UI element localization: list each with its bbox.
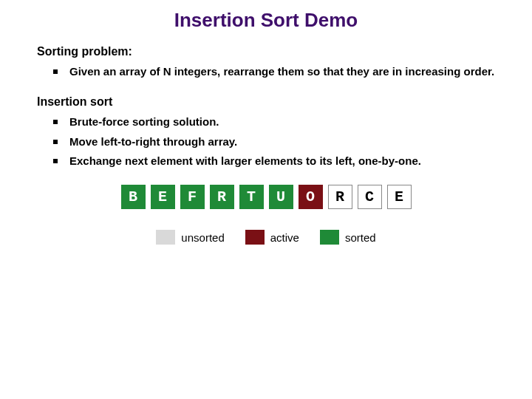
array-cell: E xyxy=(151,185,175,209)
legend-item-active: active xyxy=(245,230,299,245)
section-insertion-sort-heading: Insertion sort xyxy=(37,95,532,109)
section-sorting-problem-heading: Sorting problem: xyxy=(37,45,532,58)
array-cell: C xyxy=(358,185,382,209)
array-cell: B xyxy=(121,185,146,209)
insertion-sort-bullets: Brute-force sorting solution. Move left-… xyxy=(53,115,502,168)
sorting-problem-bullets: Given an array of N integers, rearrange … xyxy=(53,64,502,79)
list-item: Exchange next element with larger elemen… xyxy=(53,154,502,168)
array-cell: F xyxy=(180,185,205,209)
list-item: Given an array of N integers, rearrange … xyxy=(53,64,502,79)
array-cell: O xyxy=(299,185,323,209)
array-visualization: B E F R T U O R C E xyxy=(0,185,532,209)
array-cell: R xyxy=(210,185,234,209)
array-cell: U xyxy=(269,185,293,209)
legend-label: unsorted xyxy=(181,231,224,244)
array-cell: E xyxy=(387,185,412,209)
swatch-sorted-icon xyxy=(320,230,339,245)
slide-title: Insertion Sort Demo xyxy=(0,0,532,45)
list-item: Move left-to-right through array. xyxy=(53,134,502,149)
swatch-unsorted-icon xyxy=(156,230,175,245)
legend-item-unsorted: unsorted xyxy=(156,230,224,245)
legend: unsorted active sorted xyxy=(0,230,532,245)
list-item: Brute-force sorting solution. xyxy=(53,115,502,129)
legend-label: sorted xyxy=(345,231,376,244)
legend-label: active xyxy=(270,231,299,244)
array-cell: R xyxy=(328,185,352,209)
legend-item-sorted: sorted xyxy=(320,230,376,245)
swatch-active-icon xyxy=(245,230,265,245)
array-cell: T xyxy=(239,185,264,209)
